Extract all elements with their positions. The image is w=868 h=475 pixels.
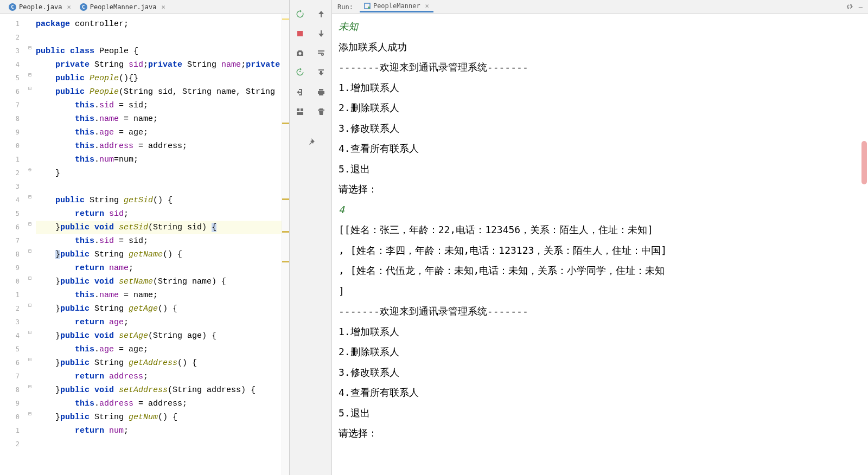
code-text[interactable]: package controller; public class People … bbox=[36, 14, 282, 475]
wrap-icon[interactable] bbox=[311, 43, 332, 63]
scrollbar-thumb[interactable] bbox=[861, 141, 867, 184]
run-panel: Run: PeopleManner × — 未知添加联系人成功-------欢迎… bbox=[332, 0, 868, 475]
close-icon[interactable]: × bbox=[162, 3, 165, 11]
svg-rect-0 bbox=[297, 31, 303, 36]
tab-label: People.java bbox=[19, 3, 62, 11]
minimap[interactable] bbox=[282, 14, 289, 475]
scroll-toend-icon[interactable] bbox=[311, 63, 332, 82]
class-icon: C bbox=[80, 3, 87, 11]
run-config-icon bbox=[364, 3, 371, 9]
class-icon: C bbox=[9, 3, 16, 11]
run-toolbar bbox=[290, 0, 332, 475]
close-icon[interactable]: × bbox=[425, 2, 429, 10]
down-arrow-icon[interactable] bbox=[311, 24, 332, 43]
print-icon[interactable] bbox=[311, 82, 332, 102]
svg-rect-3 bbox=[297, 112, 303, 115]
pin-icon[interactable] bbox=[301, 132, 322, 152]
tab-peoplemanner-java[interactable]: C PeopleManner.java × bbox=[75, 2, 170, 12]
up-arrow-icon[interactable] bbox=[311, 4, 332, 24]
tab-people-java[interactable]: C People.java × bbox=[4, 2, 75, 12]
svg-point-5 bbox=[368, 7, 370, 9]
run-tab[interactable]: PeopleManner × bbox=[360, 1, 433, 12]
trash-icon[interactable] bbox=[311, 102, 332, 121]
line-gutter: 12345678901234567890123456789012 bbox=[0, 14, 28, 475]
rerun-debug-icon[interactable] bbox=[290, 63, 311, 82]
run-header: Run: PeopleManner × — bbox=[332, 0, 868, 14]
editor-tabs: C People.java × C PeopleManner.java × bbox=[0, 0, 289, 14]
minimize-icon[interactable]: — bbox=[859, 3, 863, 11]
run-tab-label: PeopleManner bbox=[373, 2, 420, 10]
svg-rect-2 bbox=[301, 108, 303, 111]
rerun-icon[interactable] bbox=[290, 4, 311, 24]
gear-icon[interactable] bbox=[846, 3, 853, 12]
stop-icon[interactable] bbox=[290, 24, 311, 43]
exit-icon[interactable] bbox=[290, 82, 311, 102]
run-label: Run: bbox=[337, 3, 353, 11]
editor-panel: C People.java × C PeopleManner.java × 12… bbox=[0, 0, 290, 475]
camera-icon[interactable] bbox=[290, 43, 311, 63]
tab-label: PeopleManner.java bbox=[90, 3, 157, 11]
layout-icon[interactable] bbox=[290, 102, 311, 121]
console-output[interactable]: 未知添加联系人成功-------欢迎来到通讯录管理系统-------1.增加联系… bbox=[332, 14, 868, 475]
editor-body[interactable]: 12345678901234567890123456789012 ⊟ ⊟ ⊟ ⊖… bbox=[0, 14, 289, 475]
svg-rect-1 bbox=[297, 108, 299, 111]
fold-gutter: ⊟ ⊟ ⊟ ⊖ ⊟ ⊟ ⊟ ⊟ ⊟ ⊟ ⊟ ⊟ ⊟ bbox=[28, 14, 36, 475]
close-icon[interactable]: × bbox=[67, 3, 71, 11]
